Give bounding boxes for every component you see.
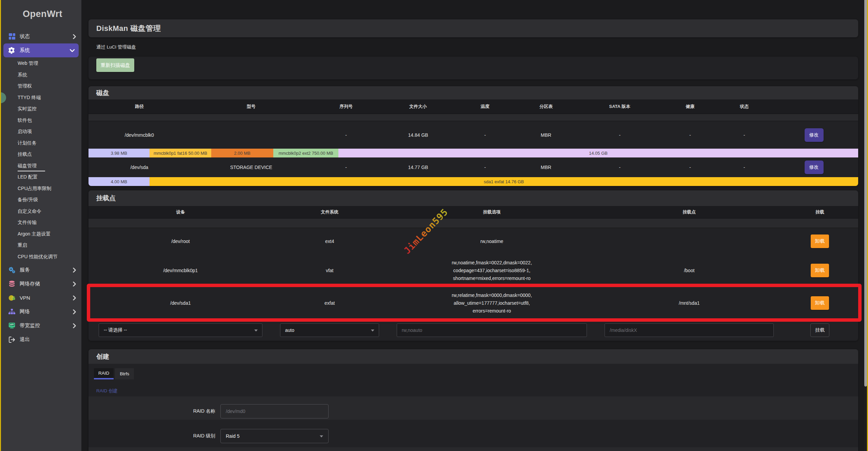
submenu-item-disk-management[interactable]: 磁盘管理: [1, 160, 81, 172]
sidebar-item-label: VPN: [20, 295, 30, 301]
rescan-disks-button[interactable]: 重新扫描磁盘: [96, 58, 134, 72]
partition-bar-mmcblk0: 3.98 MBmmcblk0p1 fat16 50.00 MB2.00 MBmm…: [88, 149, 858, 157]
tab-raid[interactable]: RAID: [94, 368, 114, 379]
submenu-item-ttyd[interactable]: TTYD 终端: [1, 92, 81, 104]
raid-level-select[interactable]: Raid 5: [220, 429, 329, 443]
partition-segment: mmcblk0p2 ext2 750.00 MB: [273, 149, 338, 157]
options-input[interactable]: rw,noauto: [397, 323, 587, 337]
sidebar-item-label: 网络: [20, 308, 30, 315]
partition-segment: sda1 exfat 14.76 GB: [150, 177, 858, 186]
submenu-item-admin-rights[interactable]: 管理权: [1, 80, 81, 92]
monitor-icon: [8, 322, 15, 329]
chevron-down-icon: [70, 49, 75, 52]
sidebar-item-logout[interactable]: 退出: [1, 333, 81, 346]
device-select[interactable]: -- 请选择 --: [99, 323, 262, 337]
rescan-card: 重新扫描磁盘: [88, 57, 858, 79]
modify-button[interactable]: 修改: [805, 128, 824, 142]
mount-form-row: -- 请选择 -- auto rw,noauto /media/diskX 挂载: [88, 320, 858, 341]
disk-row-mmcblk0: /dev/mmcblk0 - 14.84 GB - MBR - - - 修改: [88, 121, 858, 149]
submenu-item-custom-commands[interactable]: 自定义命令: [1, 206, 81, 217]
col-serial: 序列号: [312, 104, 380, 110]
mount-button[interactable]: 挂载: [810, 323, 829, 337]
sidebar-item-vpn[interactable]: VPN: [1, 291, 81, 305]
sidebar-item-label: 网络存储: [20, 281, 40, 287]
disk-sata: -: [578, 165, 661, 170]
submenu-item-system[interactable]: 系统: [1, 69, 81, 81]
raid-level-row: RAID 级别 Raid 5: [88, 420, 858, 447]
sidebar-item-system[interactable]: 系统: [3, 43, 79, 57]
disk-temp: -: [456, 132, 514, 138]
submenu-item-scheduled-tasks[interactable]: 计划任务: [1, 137, 81, 149]
create-section-title: 创建: [88, 349, 858, 364]
submenu-item-web-admin[interactable]: Web 管理: [1, 58, 81, 69]
scrollbar[interactable]: [864, 0, 867, 451]
submenu-item-reboot[interactable]: 重启: [1, 240, 81, 251]
col-mount: 挂载: [782, 209, 858, 215]
sidebar-item-status[interactable]: 状态: [1, 30, 81, 43]
disk-section: 磁盘 路径 型号 序列号 文件大小 温度 分区表 SATA 版本 健康 状态 /…: [88, 86, 858, 186]
submenu-item-packages[interactable]: 软件包: [1, 115, 81, 126]
disk-health: -: [661, 165, 719, 170]
submenu-item-startup[interactable]: 启动项: [1, 126, 81, 137]
submenu-item-cpu-limit[interactable]: CPU占用率限制: [1, 183, 81, 194]
scrollbar-thumb[interactable]: [864, 0, 867, 387]
dashboard-icon: [8, 33, 15, 40]
logout-icon: [8, 336, 15, 343]
mount-section: 挂载点 设备 文件系统 挂载选项 挂载点 挂载 /dev/root ext4 r…: [88, 190, 858, 341]
sidebar-nav: 状态 系统 Web 管理 系统 管理权 TTYD 终端 实时监控 软件包 启动项…: [1, 30, 81, 346]
mount-table-header: 设备 文件系统 挂载选项 挂载点 挂载: [88, 206, 858, 218]
chevron-right-icon: [73, 296, 76, 300]
mount-device: /dev/root: [88, 239, 273, 244]
page-subtitle: 通过 LuCI 管理磁盘: [96, 44, 864, 50]
create-section: 创建 RAID Btrfs RAID 创建 RAID 名称 /dev/md0 R…: [88, 349, 858, 451]
submenu-item-led-config[interactable]: LED 配置: [1, 171, 81, 183]
disk-path: /dev/sda: [88, 165, 190, 170]
disk-table-header: 路径 型号 序列号 文件大小 温度 分区表 SATA 版本 健康 状态: [88, 99, 858, 114]
disk-serial: -: [312, 132, 380, 138]
disk-model: STORAGE DEVICE: [190, 165, 312, 170]
submenu-item-realtime-monitor[interactable]: 实时监控: [1, 103, 81, 115]
raid-name-input[interactable]: /dev/md0: [220, 404, 329, 418]
fs-select-cell: auto: [273, 323, 387, 337]
sidebar-item-network[interactable]: 网络: [1, 305, 81, 319]
disk-parttable: MBR: [514, 165, 578, 170]
system-submenu: Web 管理 系统 管理权 TTYD 终端 实时监控 软件包 启动项 计划任务 …: [1, 57, 81, 263]
unmount-button[interactable]: 卸载: [811, 296, 829, 310]
col-device: 设备: [88, 209, 273, 215]
mount-filesystem: vfat: [273, 268, 387, 273]
submenu-item-mount-points[interactable]: 挂载点: [1, 149, 81, 160]
raid-create-label: RAID 创建: [88, 379, 858, 396]
device-select-cell: -- 请选择 --: [88, 323, 273, 337]
globe-lock-icon: [8, 295, 15, 301]
modify-button[interactable]: 修改: [805, 161, 824, 174]
database-icon: [8, 281, 15, 287]
partition-bar-sda: 4.00 MBsda1 exfat 14.76 GB: [88, 177, 858, 186]
raid-name-label: RAID 名称: [88, 408, 215, 414]
sidebar-item-network-storage[interactable]: 网络存储: [1, 277, 81, 291]
sidebar-item-label: 系统: [20, 47, 30, 54]
unmount-button[interactable]: 卸载: [811, 234, 829, 248]
chevron-right-icon: [73, 268, 76, 273]
table-spacer-row: [88, 114, 858, 121]
submenu-item-cpu-tuning[interactable]: CPU 性能优化调节: [1, 251, 81, 263]
disk-action-cell: 修改: [770, 161, 858, 174]
sidebar-item-bandwidth-monitor[interactable]: 带宽监控: [1, 319, 81, 333]
partition-segment: 4.00 MB: [88, 177, 150, 186]
submenu-item-backup-upgrade[interactable]: 备份/升级: [1, 194, 81, 206]
left-edge-strip: [0, 0, 1, 451]
mountpoint-input[interactable]: /media/diskX: [605, 323, 774, 337]
unmount-button[interactable]: 卸载: [811, 264, 829, 277]
mount-filesystem: exfat: [273, 300, 387, 306]
filesystem-select[interactable]: auto: [280, 323, 379, 337]
tab-btrfs[interactable]: Btrfs: [115, 368, 134, 379]
submenu-item-file-transfer[interactable]: 文件传输: [1, 217, 81, 228]
mount-device: /dev/mmcblk0p1: [88, 268, 273, 273]
submenu-item-argon-theme[interactable]: Argon 主题设置: [1, 228, 81, 240]
mount-row-mmcblk0p1: /dev/mmcblk0p1 vfat rw,noatime,fmask=002…: [88, 255, 858, 286]
gears-icon: [8, 267, 15, 274]
partition-segment: 14.05 GB: [338, 149, 858, 157]
sidebar-item-services[interactable]: 服务: [1, 263, 81, 277]
table-spacer-row: [88, 218, 858, 228]
partition-segment: mmcblk0p1 fat16 50.00 MB: [150, 149, 211, 157]
sitemap-icon: [8, 308, 15, 315]
